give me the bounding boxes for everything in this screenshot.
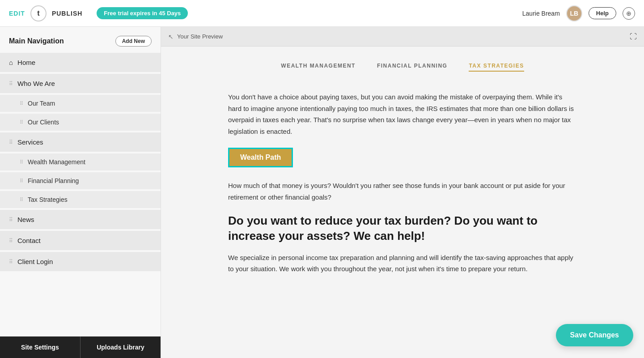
preview-bar: ↖ Your Site Preview ⛶ (161, 27, 644, 47)
sidebar-item-contact[interactable]: ⠿ Contact (0, 231, 161, 250)
sidebar-item-home[interactable]: ⌂ Home (0, 53, 161, 72)
drag-icon: ⠿ (20, 159, 23, 165)
drag-icon: ⠿ (9, 217, 13, 223)
top-bar-right: Laurie Bream LB Help ⊕ (522, 5, 635, 21)
sidebar-item-label: Client Login (17, 258, 53, 265)
sidebar-item-label: Who We Are (17, 80, 55, 87)
site-settings-button[interactable]: Site Settings (0, 337, 80, 358)
drag-icon: ⠿ (20, 197, 23, 203)
sidebar-item-services[interactable]: ⠿ Services (0, 132, 161, 152)
preview-bar-left: ↖ Your Site Preview (168, 33, 223, 40)
drag-icon: ⠿ (20, 119, 23, 125)
expand-icon[interactable]: ⛶ (630, 33, 637, 41)
home-icon: ⌂ (9, 59, 13, 66)
site-body: You don't have a choice about paying tax… (201, 82, 604, 303)
body-text-3: We specialize in personal income tax pre… (228, 252, 577, 275)
site-nav-tabs: WEALTH MANAGEMENT FINANCIAL PLANNING TAX… (161, 47, 644, 82)
sidebar-header: Main Navigation Add New (0, 27, 161, 52)
drag-icon: ⠿ (9, 238, 13, 244)
preview-area: ↖ Your Site Preview ⛶ WEALTH MANAGEMENT … (161, 27, 644, 358)
tab-wealth-management[interactable]: WEALTH MANAGEMENT (281, 63, 356, 72)
drag-icon: ⠿ (20, 178, 23, 184)
sidebar-item-label: Our Team (28, 100, 55, 107)
sidebar-item-label: News (17, 216, 34, 223)
user-account-icon[interactable]: ⊕ (623, 7, 635, 20)
body-text-1: You don't have a choice about paying tax… (228, 91, 577, 137)
add-new-button[interactable]: Add New (115, 36, 152, 47)
sidebar-item-client-login[interactable]: ⠿ Client Login (0, 252, 161, 271)
body-text-2: How much of that money is yours? Wouldn'… (228, 180, 577, 203)
tab-financial-planning[interactable]: FINANCIAL PLANNING (377, 63, 447, 72)
help-button[interactable]: Help (589, 7, 616, 19)
sidebar-item-wealth-management[interactable]: ⠿ Wealth Management (0, 153, 161, 170)
top-bar-left: EDIT t PUBLISH Free trial expires in 45 … (9, 5, 188, 21)
sidebar-footer: Site Settings Uploads Library (0, 336, 161, 358)
sidebar: Main Navigation Add New ⌂ Home ⠿ Who We … (0, 27, 161, 358)
publish-label[interactable]: PUBLISH (52, 10, 82, 17)
sidebar-item-label: Our Clients (28, 119, 59, 126)
main-layout: Main Navigation Add New ⌂ Home ⠿ Who We … (0, 27, 644, 358)
edit-label[interactable]: EDIT (9, 10, 25, 17)
sidebar-item-who-we-are[interactable]: ⠿ Who We Are (0, 74, 161, 93)
sidebar-item-label: Financial Planning (28, 177, 79, 184)
drag-icon: ⠿ (20, 101, 23, 107)
drag-icon: ⠿ (9, 139, 13, 145)
sidebar-item-label: Services (17, 138, 43, 146)
uploads-library-button[interactable]: Uploads Library (80, 337, 161, 358)
top-bar: EDIT t PUBLISH Free trial expires in 45 … (0, 0, 644, 27)
sidebar-item-our-clients[interactable]: ⠿ Our Clients (0, 114, 161, 131)
sidebar-item-news[interactable]: ⠿ News (0, 210, 161, 229)
preview-label: Your Site Preview (177, 33, 223, 40)
sidebar-title: Main Navigation (9, 37, 64, 45)
wealth-path-button[interactable]: Wealth Path (228, 148, 293, 167)
preview-arrows-icon: ↖ (168, 33, 174, 40)
sidebar-item-label: Tax Strategies (28, 196, 68, 203)
preview-content: WEALTH MANAGEMENT FINANCIAL PLANNING TAX… (161, 47, 644, 358)
user-avatar: LB (566, 5, 582, 21)
sidebar-item-label: Wealth Management (28, 158, 85, 166)
trial-badge: Free trial expires in 45 Days (97, 7, 188, 19)
sidebar-item-financial-planning[interactable]: ⠿ Financial Planning (0, 172, 161, 189)
sidebar-item-our-team[interactable]: ⠿ Our Team (0, 95, 161, 112)
save-changes-button[interactable]: Save Changes (556, 324, 633, 346)
drag-icon: ⠿ (9, 81, 13, 87)
sidebar-item-label: Contact (17, 237, 41, 244)
main-heading: Do you want to reduce your tax burden? D… (228, 213, 577, 244)
sidebar-item-label: Home (17, 59, 35, 66)
sidebar-item-tax-strategies[interactable]: ⠿ Tax Strategies (0, 191, 161, 208)
tab-tax-strategies[interactable]: TAX STRATEGIES (469, 63, 524, 72)
wealth-path-wrapper: Wealth Path (228, 148, 577, 167)
user-name: Laurie Bream (522, 10, 560, 17)
logo-circle[interactable]: t (30, 5, 47, 21)
drag-icon: ⠿ (9, 259, 13, 265)
